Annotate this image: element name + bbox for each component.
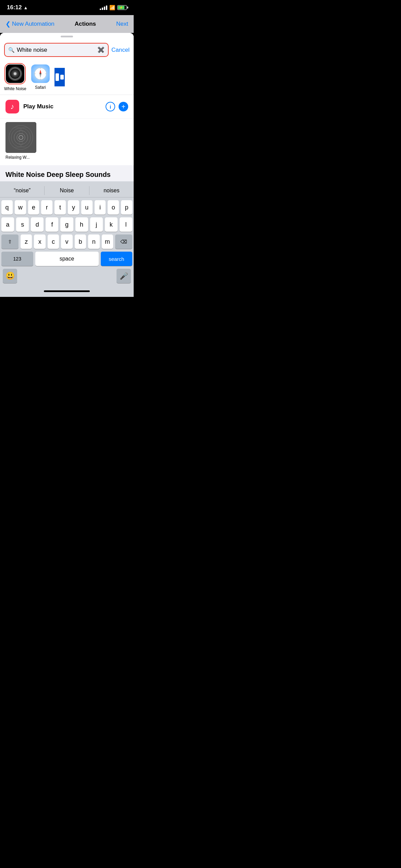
keyboard-row-1: q w e r t y u i o p <box>0 200 134 215</box>
key-a[interactable]: a <box>1 217 14 232</box>
keyboard-row-2: a s d f g h j k l <box>0 217 134 232</box>
key-j[interactable]: j <box>90 217 103 232</box>
album-section: Relaxing W... <box>0 119 134 165</box>
main-sheet: 🔍 ✖️ Cancel White Noise <box>0 33 134 297</box>
keyboard-suggestions: “noise” Noise noises <box>0 184 134 197</box>
nav-bar: ❮ New Automation Actions Next <box>0 15 134 33</box>
key-l[interactable]: l <box>120 217 132 232</box>
home-bar <box>44 290 90 292</box>
suggestion-trello[interactable] <box>54 68 65 86</box>
drag-indicator <box>0 33 134 40</box>
key-h[interactable]: h <box>75 217 88 232</box>
status-icons: 📶 ⚡ <box>100 5 127 10</box>
location-icon: ▲ <box>23 5 28 10</box>
back-label: New Automation <box>12 21 54 27</box>
key-d[interactable]: d <box>31 217 44 232</box>
kb-suggestion-0[interactable]: “noise” <box>0 186 45 195</box>
suggestion-white-noise[interactable]: White Noise <box>4 63 26 91</box>
play-music-label: Play Music <box>23 103 101 110</box>
key-i[interactable]: i <box>95 200 106 215</box>
suggestion-safari[interactable]: Safari <box>31 64 50 90</box>
section-heading-text: White Noise Deep Sleep Sounds <box>5 171 111 178</box>
action-buttons: i + <box>106 102 128 111</box>
key-u[interactable]: u <box>81 200 93 215</box>
album-art <box>5 122 36 153</box>
clear-icon[interactable]: ✖️ <box>97 46 105 53</box>
key-k[interactable]: k <box>105 217 118 232</box>
chevron-left-icon: ❮ <box>5 20 11 28</box>
key-s[interactable]: s <box>16 217 29 232</box>
album-item[interactable]: Relaxing W... <box>5 122 40 160</box>
key-m[interactable]: m <box>102 234 113 249</box>
signal-icon <box>100 5 107 10</box>
svg-point-1 <box>40 68 41 69</box>
key-x[interactable]: x <box>34 234 45 249</box>
key-t[interactable]: t <box>54 200 66 215</box>
key-q[interactable]: q <box>1 200 13 215</box>
battery-icon: ⚡ <box>117 5 127 10</box>
keyboard: “noise” Noise noises q w e r t y u i o p… <box>0 181 134 285</box>
app-suggestions-row: White Noise <box>0 60 134 95</box>
safari-label: Safari <box>35 85 46 90</box>
keyboard-bottom-row: 123 space search <box>0 252 134 266</box>
key-z[interactable]: z <box>21 234 32 249</box>
album-label: Relaxing W... <box>5 155 30 160</box>
key-e[interactable]: e <box>28 200 39 215</box>
key-w[interactable]: w <box>15 200 26 215</box>
status-time: 16:12 ▲ <box>7 4 28 11</box>
delete-key[interactable]: ⌫ <box>115 234 132 249</box>
keyboard-row-3: ⇧ z x c v b n m ⌫ <box>0 234 134 249</box>
kb-suggestion-2[interactable]: noises <box>89 186 134 195</box>
numbers-key[interactable]: 123 <box>1 252 33 266</box>
key-v[interactable]: v <box>61 234 72 249</box>
search-input-wrapper: 🔍 ✖️ <box>4 43 109 57</box>
svg-point-2 <box>40 79 41 80</box>
next-button[interactable]: Next <box>116 21 128 27</box>
deep-sleep-section: White Noise Deep Sleep Sounds <box>0 165 134 181</box>
search-icon: 🔍 <box>8 47 15 53</box>
key-c[interactable]: c <box>48 234 59 249</box>
action-play-music: ♪ Play Music i + <box>0 95 134 119</box>
cancel-button[interactable]: Cancel <box>111 47 130 53</box>
wifi-icon: 📶 <box>109 5 115 10</box>
shift-key[interactable]: ⇧ <box>1 234 19 249</box>
back-button[interactable]: ❮ New Automation <box>5 20 54 28</box>
key-b[interactable]: b <box>75 234 86 249</box>
key-p[interactable]: p <box>121 200 132 215</box>
mic-key[interactable]: 🎤 <box>117 269 131 283</box>
home-indicator <box>0 285 134 297</box>
key-o[interactable]: o <box>108 200 119 215</box>
emoji-key[interactable]: 😃 <box>3 269 17 283</box>
space-key[interactable]: space <box>35 252 99 266</box>
add-button[interactable]: + <box>119 102 128 111</box>
music-note-icon: ♪ <box>11 102 14 111</box>
svg-point-3 <box>34 73 35 74</box>
action-section: ♪ Play Music i + <box>0 95 134 165</box>
key-y[interactable]: y <box>68 200 79 215</box>
key-f[interactable]: f <box>46 217 58 232</box>
page-title: Actions <box>75 21 96 27</box>
key-n[interactable]: n <box>88 234 99 249</box>
key-g[interactable]: g <box>60 217 73 232</box>
search-container: 🔍 ✖️ Cancel <box>0 40 134 60</box>
svg-point-4 <box>45 73 46 74</box>
status-bar: 16:12 ▲ 📶 ⚡ <box>0 0 134 15</box>
search-input[interactable] <box>17 47 95 53</box>
kb-suggestion-1[interactable]: Noise <box>45 186 89 195</box>
key-r[interactable]: r <box>41 200 52 215</box>
drag-pill <box>61 36 73 37</box>
white-noise-label: White Noise <box>4 86 26 91</box>
music-app-icon: ♪ <box>5 100 19 113</box>
search-key[interactable]: search <box>101 252 133 266</box>
svg-point-7 <box>40 73 41 74</box>
white-noise-icon <box>6 64 24 83</box>
safari-icon <box>31 64 50 83</box>
trello-icon <box>54 68 65 86</box>
battery-bolt: ⚡ <box>119 6 123 9</box>
info-button[interactable]: i <box>106 102 115 111</box>
